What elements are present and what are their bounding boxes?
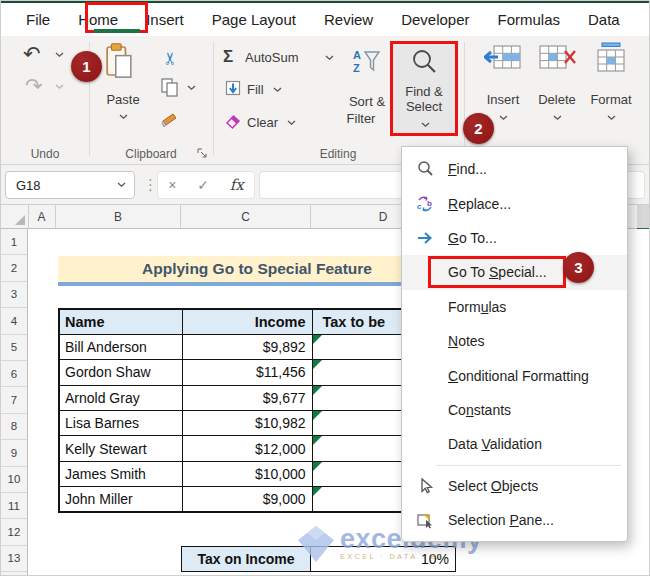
chevron-down-icon[interactable]	[287, 120, 296, 126]
income-cell[interactable]: $9,000	[182, 487, 312, 512]
tax-rate-cell[interactable]: 10%	[310, 546, 456, 572]
name-cell[interactable]: James Smith	[59, 461, 182, 486]
note-indicator-icon	[313, 487, 322, 496]
dialog-launcher-icon[interactable]	[197, 148, 207, 158]
chevron-down-icon	[607, 115, 616, 121]
tab-review[interactable]: Review	[324, 11, 373, 28]
income-cell[interactable]: $11,456	[182, 360, 312, 385]
formula-bar-divider: ⋮	[143, 176, 158, 194]
menu-item-constants[interactable]: Constants	[402, 393, 627, 427]
find-select-dropdown-menu: Find... Replace... Go To... Go To Specia…	[401, 146, 628, 542]
row-header-1[interactable]: 1	[1, 229, 27, 255]
row-header-6[interactable]: 6	[1, 361, 27, 387]
cancel-icon[interactable]: ×	[168, 177, 176, 193]
chevron-down-icon[interactable]	[55, 52, 64, 58]
row-header-10[interactable]: 10	[1, 467, 27, 493]
table-row: Kelly Stewart $12,000	[59, 436, 457, 461]
table-row: Gordon Shaw $11,456	[59, 360, 457, 385]
chevron-down-icon	[421, 122, 430, 128]
format-button[interactable]: Format	[577, 42, 645, 158]
row-header-12[interactable]: 12	[1, 519, 27, 545]
income-cell[interactable]: $10,982	[182, 411, 312, 436]
name-box[interactable]: G18	[5, 171, 135, 199]
menu-item-formulas[interactable]: Formulas	[402, 290, 627, 324]
menu-item-go-to-special[interactable]: Go To Special...	[402, 255, 627, 289]
column-header-name[interactable]: Name	[59, 309, 182, 334]
note-indicator-icon	[313, 462, 322, 471]
clipboard-group-label: Clipboard	[89, 147, 213, 161]
name-cell[interactable]: Arnold Gray	[59, 385, 182, 410]
chevron-down-icon[interactable]	[187, 85, 196, 91]
step-badge-3: 3	[563, 252, 594, 283]
name-cell[interactable]: Bill Anderson	[59, 334, 182, 359]
column-header-b[interactable]: B	[56, 205, 181, 228]
group-divider	[464, 42, 465, 156]
sheet-title-cell[interactable]: Applying Go to Special Feature	[58, 256, 456, 282]
row-header-4[interactable]: 4	[1, 308, 27, 334]
menu-item-select-objects[interactable]: Select Objects	[402, 469, 627, 503]
name-cell[interactable]: Kelly Stewart	[59, 436, 182, 461]
tab-developer[interactable]: Developer	[401, 11, 469, 28]
cut-icon[interactable]: ✂	[160, 51, 181, 65]
paste-icon[interactable]	[105, 42, 133, 80]
m-search-icon	[416, 160, 434, 178]
enter-icon[interactable]: ✓	[197, 177, 209, 193]
select-all-button[interactable]	[1, 205, 29, 228]
copy-icon[interactable]	[161, 78, 179, 98]
tab-home[interactable]: Home	[78, 11, 118, 28]
tab-file[interactable]: File	[26, 11, 50, 28]
undo-group-label: Undo	[1, 147, 89, 161]
column-header-a[interactable]: A	[28, 205, 56, 228]
note-indicator-icon	[313, 360, 322, 369]
table-row: James Smith $10,000	[59, 461, 457, 486]
selected-column-header[interactable]	[637, 205, 650, 231]
income-cell[interactable]: $9,677	[182, 385, 312, 410]
row-header-2[interactable]: 2	[1, 255, 27, 281]
menu-item-data-validation[interactable]: Data Validation	[402, 427, 627, 461]
menu-item-selection-pane[interactable]: Selection Pane...	[402, 503, 627, 537]
row-header-7[interactable]: 7	[1, 387, 27, 413]
name-cell[interactable]: John Miller	[59, 487, 182, 512]
row-header-9[interactable]: 9	[1, 440, 27, 466]
column-header-c[interactable]: C	[181, 205, 311, 228]
menu-item-notes[interactable]: Notes	[402, 324, 627, 358]
menu-item-conditional-formatting[interactable]: Conditional Formatting	[402, 358, 627, 392]
clear-icon[interactable]	[224, 112, 242, 130]
tax-on-income-cell[interactable]: Tax on Income	[181, 546, 311, 572]
menu-item-go-to[interactable]: Go To...	[402, 221, 627, 255]
m-replace-icon	[416, 195, 434, 213]
find-select-button[interactable]: Find & Select	[390, 41, 458, 136]
row-header-11[interactable]: 11	[1, 493, 27, 519]
name-cell[interactable]: Gordon Shaw	[59, 360, 182, 385]
autosum-button[interactable]: AutoSum	[245, 50, 298, 65]
highlight-box-go-to-special	[428, 256, 566, 288]
undo-icon[interactable]: ↶	[23, 42, 41, 66]
income-cell[interactable]: $12,000	[182, 436, 312, 461]
redo-icon[interactable]: ↷	[25, 74, 43, 98]
income-cell[interactable]: $9,892	[182, 334, 312, 359]
note-indicator-icon	[313, 386, 322, 395]
menu-item-find[interactable]: Find...	[402, 152, 627, 186]
tab-page-layout[interactable]: Page Layout	[212, 11, 296, 28]
tab-data[interactable]: Data	[588, 11, 620, 28]
income-cell[interactable]: $10,000	[182, 461, 312, 486]
row-header-3[interactable]: 3	[1, 282, 27, 308]
row-header-8[interactable]: 8	[1, 414, 27, 440]
chevron-down-icon[interactable]	[273, 87, 282, 93]
chevron-down-icon[interactable]	[119, 114, 128, 120]
chevron-down-icon[interactable]	[117, 182, 126, 188]
autosum-icon[interactable]: Σ	[223, 47, 233, 67]
row-header-5[interactable]: 5	[1, 335, 27, 361]
fill-icon[interactable]	[225, 80, 241, 96]
tab-formulas[interactable]: Formulas	[498, 11, 561, 28]
paste-button[interactable]: Paste	[97, 92, 149, 107]
menu-item-replace[interactable]: Replace...	[402, 186, 627, 220]
fill-button[interactable]: Fill	[247, 82, 264, 97]
insert-function-icon[interactable]: fx	[230, 176, 244, 194]
column-header-income[interactable]: Income	[182, 309, 312, 334]
row-header-13[interactable]: 13	[1, 546, 27, 572]
name-cell[interactable]: Lisa Barnes	[59, 411, 182, 436]
format-painter-icon[interactable]	[161, 110, 179, 128]
tab-insert[interactable]: Insert	[146, 11, 184, 28]
clear-button[interactable]: Clear	[247, 115, 278, 130]
